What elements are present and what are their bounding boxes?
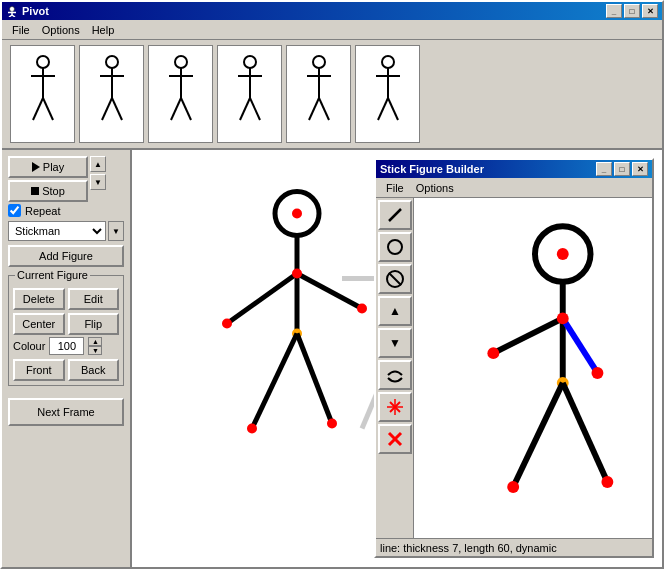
frame-figure-2 [92, 54, 132, 134]
sfb-minimize-button[interactable]: _ [596, 162, 612, 176]
figure-select-arrow[interactable]: ▼ [108, 221, 124, 241]
front-button[interactable]: Front [13, 359, 65, 381]
sfb-close-button[interactable]: ✕ [632, 162, 648, 176]
sfb-menu-options[interactable]: Options [410, 180, 460, 196]
svg-line-34 [388, 98, 398, 120]
stop-icon [31, 187, 39, 195]
svg-point-0 [10, 7, 15, 12]
svg-point-15 [175, 56, 187, 68]
frame-cell-6[interactable] [355, 45, 420, 143]
app-icon [6, 5, 18, 17]
svg-line-74 [563, 383, 608, 482]
scroll-up-button[interactable]: ▲ [90, 156, 106, 172]
figure-controls-grid: Delete Edit Center Flip [13, 288, 119, 335]
colour-input[interactable] [49, 337, 84, 355]
stop-label: Stop [42, 185, 65, 197]
colour-label: Colour [13, 340, 45, 352]
repeat-label: Repeat [25, 205, 60, 217]
back-button[interactable]: Back [68, 359, 120, 381]
svg-point-64 [557, 248, 569, 260]
frame-strip [2, 40, 662, 150]
colour-up-button[interactable]: ▲ [88, 337, 102, 346]
delete-button[interactable]: Delete [13, 288, 65, 310]
main-area: Play Stop Repeat ▲ ▼ [2, 150, 662, 567]
svg-point-69 [487, 347, 499, 359]
frame-cell-3[interactable] [148, 45, 213, 143]
svg-point-46 [357, 304, 367, 314]
svg-line-28 [309, 98, 319, 120]
sfb-circle-tool-button[interactable] [378, 232, 412, 262]
maximize-button[interactable]: □ [624, 4, 640, 18]
next-frame-button[interactable]: Next Frame [8, 398, 124, 426]
active-figure-left [222, 192, 367, 434]
back-label: Back [81, 364, 105, 376]
menu-options[interactable]: Options [36, 22, 86, 38]
svg-point-5 [37, 56, 49, 68]
add-figure-label: Add Figure [39, 250, 93, 262]
menu-file[interactable]: File [6, 22, 36, 38]
sfb-cross-icon [385, 397, 405, 417]
sfb-menu-file[interactable]: File [380, 180, 410, 196]
frame-cell-1[interactable] [10, 45, 75, 143]
sfb-line-tool-button[interactable] [378, 200, 412, 230]
sfb-delete-tool-button[interactable] [378, 424, 412, 454]
svg-point-52 [327, 419, 337, 429]
svg-point-41 [292, 209, 302, 219]
window-title: Pivot [22, 5, 49, 17]
minimize-button[interactable]: _ [606, 4, 622, 18]
sfb-cross-tool-button[interactable] [378, 392, 412, 422]
sfb-circle-icon [385, 237, 405, 257]
add-figure-button[interactable]: Add Figure [8, 245, 124, 267]
svg-point-70 [557, 312, 569, 324]
stop-button[interactable]: Stop [8, 180, 88, 202]
frame-cell-4[interactable] [217, 45, 282, 143]
sfb-down-tool-button[interactable]: ▼ [378, 328, 412, 358]
close-button[interactable]: ✕ [642, 4, 658, 18]
repeat-checkbox[interactable] [8, 204, 21, 217]
center-label: Center [22, 318, 55, 330]
svg-point-50 [247, 424, 257, 434]
sfb-canvas-svg [414, 198, 652, 538]
sfb-line-icon [385, 205, 405, 225]
flip-button[interactable]: Flip [68, 313, 120, 335]
svg-line-72 [513, 383, 563, 487]
play-icon [32, 162, 40, 172]
svg-point-30 [382, 56, 394, 68]
svg-point-10 [106, 56, 118, 68]
sfb-status-bar: line: thickness 7, length 60, dynamic [376, 538, 652, 556]
sfb-canvas[interactable] [414, 198, 652, 538]
main-window: Pivot _ □ ✕ File Options Help [0, 0, 664, 569]
front-back-grid: Front Back [13, 359, 119, 381]
sfb-maximize-button[interactable]: □ [614, 162, 630, 176]
canvas-area[interactable]: Stick Figure Builder _ □ ✕ File Options [132, 150, 662, 567]
figure-select-row: Stickman ▼ [8, 221, 124, 241]
frame-figure-1 [23, 54, 63, 134]
center-button[interactable]: Center [13, 313, 65, 335]
sfb-block-tool-button[interactable] [378, 264, 412, 294]
sfb-curve-tool-button[interactable] [378, 360, 412, 390]
svg-point-47 [292, 269, 302, 279]
svg-line-14 [112, 98, 122, 120]
svg-line-51 [297, 334, 332, 424]
sfb-up-tool-button[interactable]: ▲ [378, 296, 412, 326]
colour-down-button[interactable]: ▼ [88, 346, 102, 355]
edit-button[interactable]: Edit [68, 288, 120, 310]
svg-line-56 [389, 273, 401, 285]
svg-point-75 [601, 476, 613, 488]
play-button[interactable]: Play [8, 156, 88, 178]
frame-cell-5[interactable] [286, 45, 351, 143]
svg-point-25 [313, 56, 325, 68]
frame-cell-2[interactable] [79, 45, 144, 143]
svg-line-4 [12, 15, 15, 17]
sfb-toolbar: ▲ ▼ [376, 198, 414, 538]
colour-row: Colour ▲ ▼ [13, 337, 119, 355]
sfb-status-text: line: thickness 7, length 60, dynamic [380, 542, 557, 554]
sfb-down-icon: ▼ [389, 336, 401, 350]
colour-spinners: ▲ ▼ [88, 337, 102, 355]
svg-point-67 [592, 367, 604, 379]
svg-line-68 [493, 318, 562, 353]
figure-type-select[interactable]: Stickman [8, 221, 106, 241]
menu-help[interactable]: Help [86, 22, 121, 38]
sfb-curve-icon [385, 365, 405, 385]
scroll-down-button[interactable]: ▼ [90, 174, 106, 190]
